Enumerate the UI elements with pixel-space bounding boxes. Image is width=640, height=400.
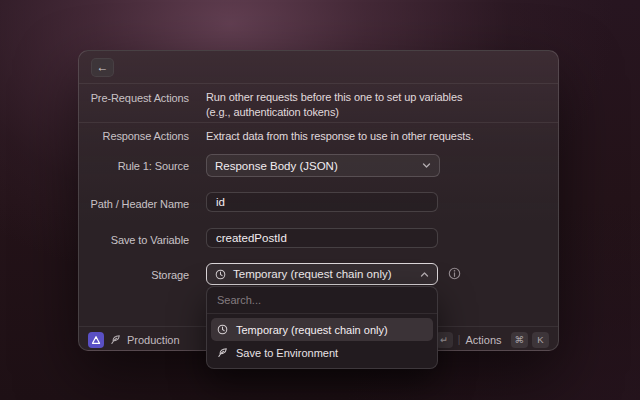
dropdown-search-wrap <box>207 287 437 314</box>
source-select-value: Response Body (JSON) <box>215 160 422 172</box>
chevron-up-icon <box>420 270 429 279</box>
path-header-name-label: Path / Header Name <box>79 198 189 210</box>
save-to-variable-field-wrap <box>206 228 438 248</box>
arrow-left-icon: ← <box>97 60 109 74</box>
dropdown-item-label: Save to Environment <box>236 347 338 359</box>
leaf-icon <box>217 347 228 358</box>
leaf-icon <box>110 334 121 345</box>
hint-separator: | <box>458 334 461 345</box>
clock-icon <box>217 324 228 335</box>
environment-selector[interactable]: Production <box>88 332 180 348</box>
storage-dropdown-menu: Temporary (request chain only) Save to E… <box>206 286 438 369</box>
save-to-variable-input[interactable] <box>207 229 437 247</box>
pre-request-actions-description: Run other requests before this one to se… <box>206 90 536 120</box>
pre-request-actions-label: Pre-Request Actions <box>79 92 189 104</box>
k-keycap: K <box>532 332 549 348</box>
storage-select[interactable]: Temporary (request chain only) <box>206 263 438 285</box>
app-logo-badge <box>88 332 104 348</box>
storage-select-value: Temporary (request chain only) <box>233 268 420 280</box>
clock-icon <box>215 269 226 280</box>
logo-triangle-icon <box>91 335 101 345</box>
info-icon[interactable] <box>448 267 461 280</box>
response-actions-description: Extract data from this response to use i… <box>206 129 536 144</box>
actions-label: Actions <box>465 334 501 346</box>
request-settings-dialog: ← Pre-Request Actions Run other requests… <box>78 50 559 351</box>
dropdown-search-input[interactable] <box>217 294 427 306</box>
rule1-source-label: Rule 1: Source <box>79 160 189 172</box>
path-header-name-field-wrap <box>206 192 438 212</box>
app-background: ← Pre-Request Actions Run other requests… <box>0 0 640 400</box>
dialog-header: ← <box>79 51 558 84</box>
dropdown-item-save-to-environment[interactable]: Save to Environment <box>211 341 433 364</box>
chevron-down-icon <box>422 161 431 170</box>
response-actions-label: Response Actions <box>79 130 189 142</box>
dropdown-item-temporary[interactable]: Temporary (request chain only) <box>211 318 433 341</box>
storage-label: Storage <box>79 269 189 281</box>
divider <box>79 122 558 123</box>
save-to-variable-label: Save to Variable <box>79 234 189 246</box>
path-header-name-input[interactable] <box>207 193 437 211</box>
return-keycap: ↵ <box>436 332 453 348</box>
actions-button[interactable]: Actions ⌘ K <box>465 332 549 348</box>
dropdown-items: Temporary (request chain only) Save to E… <box>207 314 437 368</box>
environment-name: Production <box>127 334 180 346</box>
back-button[interactable]: ← <box>91 58 114 77</box>
source-select[interactable]: Response Body (JSON) <box>206 154 440 177</box>
dropdown-item-label: Temporary (request chain only) <box>236 324 388 336</box>
command-keycap: ⌘ <box>511 332 529 348</box>
